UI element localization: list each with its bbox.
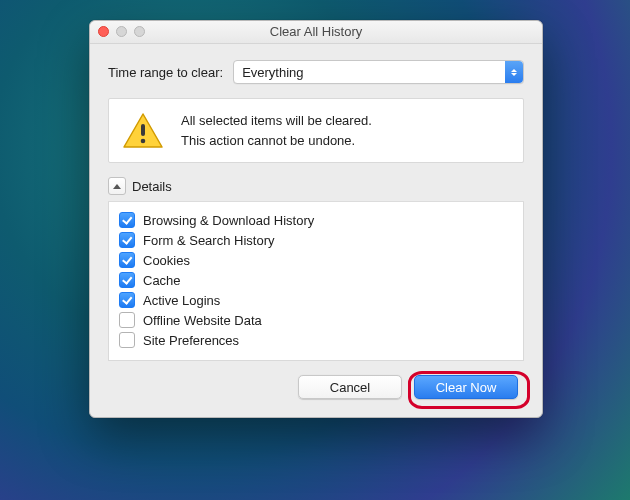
checkbox-icon[interactable] [119, 232, 135, 248]
titlebar: Clear All History [90, 21, 542, 44]
details-item-label: Site Preferences [143, 333, 239, 348]
details-item[interactable]: Cache [119, 270, 513, 290]
desktop-background: Clear All History Time range to clear: E… [0, 0, 630, 500]
checkbox-icon[interactable] [119, 312, 135, 328]
chevron-up-icon [108, 177, 126, 195]
details-item-label: Cookies [143, 253, 190, 268]
window-controls [98, 26, 145, 37]
details-item[interactable]: Browsing & Download History [119, 210, 513, 230]
svg-rect-1 [141, 124, 145, 136]
details-label: Details [132, 179, 172, 194]
cancel-button[interactable]: Cancel [298, 375, 402, 399]
checkbox-icon[interactable] [119, 212, 135, 228]
details-item[interactable]: Cookies [119, 250, 513, 270]
select-stepper-icon [505, 61, 523, 83]
svg-point-2 [141, 138, 146, 143]
time-range-select[interactable]: Everything [233, 60, 524, 84]
time-range-row: Time range to clear: Everything [108, 60, 524, 84]
cancel-button-label: Cancel [330, 380, 370, 395]
checkbox-icon[interactable] [119, 332, 135, 348]
details-item-label: Cache [143, 273, 181, 288]
checkbox-icon[interactable] [119, 292, 135, 308]
details-item-label: Active Logins [143, 293, 220, 308]
warning-panel: All selected items will be cleared. This… [108, 98, 524, 163]
maximize-icon [134, 26, 145, 37]
clear-now-button-label: Clear Now [436, 380, 497, 395]
checkbox-icon[interactable] [119, 272, 135, 288]
checkbox-icon[interactable] [119, 252, 135, 268]
warning-icon [123, 113, 163, 149]
warning-line-1: All selected items will be cleared. [181, 111, 372, 131]
details-item-label: Browsing & Download History [143, 213, 314, 228]
details-item[interactable]: Offline Website Data [119, 310, 513, 330]
dialog-body: Time range to clear: Everything [90, 44, 542, 417]
details-item[interactable]: Active Logins [119, 290, 513, 310]
time-range-label: Time range to clear: [108, 65, 223, 80]
window-title: Clear All History [90, 21, 542, 43]
details-list: Browsing & Download HistoryForm & Search… [108, 202, 524, 361]
details-section: Details Browsing & Download HistoryForm … [108, 177, 524, 361]
details-item[interactable]: Form & Search History [119, 230, 513, 250]
clear-now-button[interactable]: Clear Now [414, 375, 518, 399]
warning-line-2: This action cannot be undone. [181, 131, 372, 151]
close-icon[interactable] [98, 26, 109, 37]
time-range-value: Everything [242, 65, 303, 80]
minimize-icon [116, 26, 127, 37]
dialog-footer: Cancel Clear Now [108, 361, 524, 403]
details-item[interactable]: Site Preferences [119, 330, 513, 350]
details-header[interactable]: Details [108, 177, 524, 202]
details-item-label: Form & Search History [143, 233, 274, 248]
warning-text: All selected items will be cleared. This… [181, 111, 372, 150]
details-item-label: Offline Website Data [143, 313, 262, 328]
clear-history-dialog: Clear All History Time range to clear: E… [89, 20, 543, 418]
